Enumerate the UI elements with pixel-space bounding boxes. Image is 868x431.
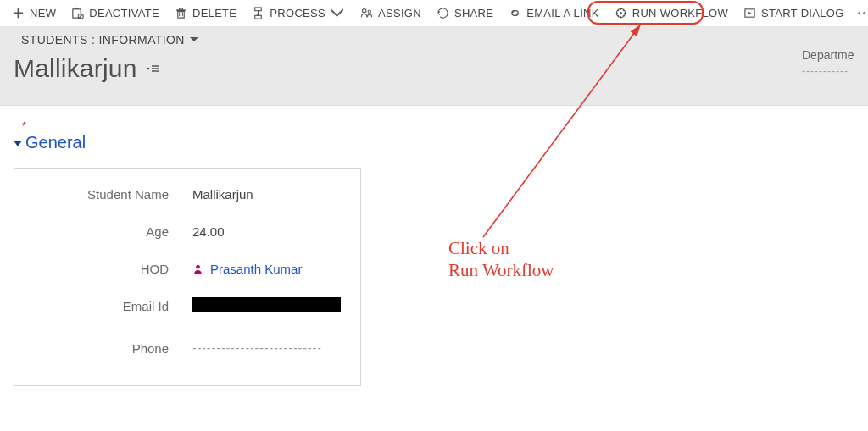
record-header: STUDENTS : INFORMATION Mallikarjun Depar… [0, 27, 868, 106]
deactivate-button[interactable]: DEACTIVATE [64, 3, 166, 23]
entity-breadcrumb[interactable]: STUDENTS : INFORMATION [14, 29, 206, 51]
process-button[interactable]: PROCESS [245, 3, 350, 23]
chevron-down-icon [331, 7, 343, 19]
svg-point-7 [620, 12, 622, 14]
svg-rect-0 [73, 9, 81, 18]
age-label: Age [23, 224, 192, 239]
hod-value[interactable]: Prasanth Kumar [192, 262, 302, 276]
assign-label: ASSIGN [378, 7, 421, 19]
section-title: General [25, 133, 86, 152]
form-area: * General Student Name Mallikarjun Age 2… [0, 106, 868, 386]
email-link-button[interactable]: EMAIL A LINK [502, 3, 606, 23]
general-panel: Student Name Mallikarjun Age 24.00 HOD P… [14, 168, 361, 386]
plus-icon [12, 7, 25, 19]
delete-label: DELETE [192, 7, 236, 19]
age-value[interactable]: 24.00 [192, 224, 225, 239]
summary-field-label: Departme [802, 48, 868, 62]
record-title: Mallikarjun [14, 54, 137, 83]
share-icon [437, 7, 449, 19]
student-name-label: Student Name [23, 187, 192, 202]
workflow-icon [615, 7, 627, 19]
svg-point-13 [196, 264, 200, 268]
form-selector-button[interactable] [146, 64, 161, 74]
overflow-button[interactable] [853, 3, 868, 23]
assign-icon [360, 7, 373, 19]
new-button[interactable]: NEW [5, 3, 63, 23]
new-label: NEW [30, 7, 56, 19]
run-workflow-label: RUN WORKFLOW [632, 7, 728, 19]
email-link-label: EMAIL A LINK [526, 7, 599, 19]
dialog-icon [743, 7, 756, 19]
svg-point-4 [363, 9, 366, 13]
command-bar: NEW DEACTIVATE DELETE PROCESS ASSIGN SHA… [0, 0, 868, 27]
trash-icon [175, 7, 187, 19]
start-dialog-label: START DIALOG [761, 7, 844, 19]
phone-label: Phone [23, 341, 192, 356]
start-dialog-button[interactable]: START DIALOG [737, 3, 851, 23]
person-icon [192, 263, 203, 274]
hod-lookup-link[interactable]: Prasanth Kumar [210, 262, 302, 276]
header-summary-field: Departme ----------- [802, 48, 868, 77]
email-value[interactable] [192, 297, 341, 315]
deactivate-label: DEACTIVATE [89, 7, 159, 19]
svg-point-9 [858, 12, 860, 14]
deactivate-icon [71, 7, 84, 19]
summary-field-value: ----------- [802, 65, 868, 77]
svg-point-12 [147, 68, 149, 70]
required-marker: * [22, 119, 26, 132]
svg-point-5 [368, 10, 370, 13]
phone-value[interactable]: --------------------------- [192, 341, 322, 355]
share-label: SHARE [454, 7, 493, 19]
run-workflow-button[interactable]: RUN WORKFLOW [608, 3, 735, 23]
link-icon [509, 7, 521, 19]
ellipsis-icon [858, 7, 868, 19]
email-label: Email Id [23, 299, 192, 313]
share-button[interactable]: SHARE [430, 3, 500, 23]
chevron-down-icon [190, 37, 198, 42]
redacted-email [192, 297, 341, 312]
breadcrumb-label: STUDENTS : INFORMATION [21, 33, 185, 47]
collapse-icon [14, 141, 22, 146]
process-icon [252, 7, 264, 19]
svg-point-10 [863, 12, 865, 14]
section-toggle-general[interactable]: General [14, 133, 848, 152]
student-name-value[interactable]: Mallikarjun [192, 187, 253, 202]
svg-rect-2 [255, 8, 262, 11]
process-label: PROCESS [270, 7, 326, 19]
assign-button[interactable]: ASSIGN [353, 3, 428, 23]
hod-label: HOD [23, 262, 192, 276]
delete-button[interactable]: DELETE [168, 3, 243, 23]
